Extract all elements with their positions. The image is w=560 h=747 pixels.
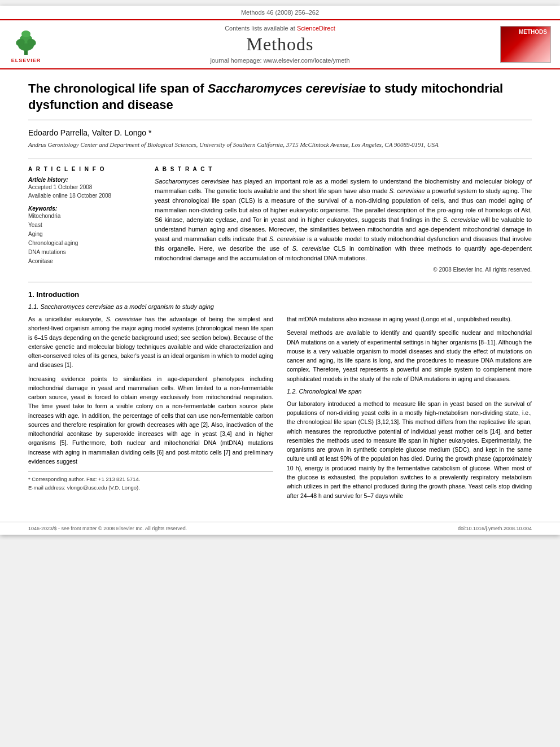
abstract-text: Saccharomyces cerevisiae has played an i… [155,177,532,263]
sciencedirect-line: Contents lists available at ScienceDirec… [77,25,483,32]
keyword-aconitase: Aconitase [28,257,141,266]
journal-header: ELSEVIER Contents lists available at Sci… [0,20,560,69]
abstract-col: A B S T R A C T Saccharomyces cerevisiae… [155,166,532,273]
sciencedirect-link[interactable]: ScienceDirect [297,25,335,32]
methods-cover-image: METHODS [500,26,551,63]
body-col-left: As a unicellular eukaryote, S. cerevisia… [28,314,273,505]
keyword-aging: Aging [28,230,141,239]
section1-heading: 1. Introduction [28,290,532,299]
journal-header-right: METHODS [483,26,551,63]
journal-header-left: ELSEVIER [9,25,77,63]
affiliation: Andrus Gerontology Center and Department… [28,141,532,149]
elsevier-logo: ELSEVIER [9,25,43,63]
keyword-dna-mutations: DNA mutations [28,248,141,257]
article-title: The chronological life span of Saccharom… [28,81,532,120]
journal-citation: Methods 46 (2008) 256–262 [241,9,319,16]
article-info-label: A R T I C L E I N F O [28,166,141,172]
journal-header-center: Contents lists available at ScienceDirec… [77,25,483,64]
page: Methods 46 (2008) 256–262 ELSEVIER Conte… [0,6,560,535]
body-para1: As a unicellular eukaryote, S. cerevisia… [28,314,273,370]
body-para3: that mtDNA mutations also increase in ag… [287,314,532,324]
body-para2: Increasing evidence points to similariti… [28,374,273,466]
journal-homepage: journal homepage: www.elsevier.com/locat… [77,57,483,64]
elsevier-tree-icon [9,25,43,56]
abstract-italic-start: Saccharomyces cerevisiae [155,178,229,185]
body-two-col: As a unicellular eukaryote, S. cerevisia… [28,314,532,505]
elsevier-label: ELSEVIER [11,58,41,63]
subsection1-heading: 1.1. Saccharomyces cerevisiae as a model… [28,303,532,310]
title-italic: Saccharomyces cerevisiae [208,81,366,95]
body-para4: Several methods are available to identif… [287,328,532,383]
keyword-chronological-aging: Chronological aging [28,239,141,248]
article-info-col: A R T I C L E I N F O Article history: A… [28,166,141,273]
article-info-abstract: A R T I C L E I N F O Article history: A… [28,159,532,273]
body-para5: Our laboratory introduced a method to me… [287,399,532,500]
keywords-heading: Keywords: [28,206,141,212]
title-part1: The chronological life span of [28,81,208,95]
abstract-label: A B S T R A C T [155,166,532,172]
available-date: Available online 18 October 2008 [28,191,141,200]
svg-point-3 [21,30,30,37]
footnote-area: * Corresponding author. Fax: +1 213 821 … [28,471,273,492]
subsection2-heading: 1.2. Chronological life span [287,388,532,395]
abstract-body: has played an important role as a model … [155,178,532,261]
journal-title: Methods [77,34,483,55]
article-history: Article history: Accepted 1 October 2008… [28,177,141,200]
copyright: © 2008 Elsevier Inc. All rights reserved… [155,267,532,273]
methods-cover-text: METHODS [519,29,547,35]
authors: Edoardo Parrella, Valter D. Longo * [28,128,532,137]
bottom-bar: 1046-2023/$ - see front matter © 2008 El… [0,522,560,535]
footnote-corresponding: * Corresponding author. Fax: +1 213 821 … [28,475,273,483]
body-col-right: that mtDNA mutations also increase in ag… [287,314,532,505]
body-divider [28,282,532,282]
keyword-mitochondria: Mitochondria [28,212,141,221]
issn-text: 1046-2023/$ - see front matter © 2008 El… [28,526,187,531]
history-heading: Article history: [28,177,141,183]
sciencedirect-label: Contents lists available at [225,25,295,32]
keywords-section: Keywords: Mitochondria Yeast Aging Chron… [28,206,141,266]
top-bar: Methods 46 (2008) 256–262 [0,6,560,20]
accepted-date: Accepted 1 October 2008 [28,183,141,191]
article-content: The chronological life span of Saccharom… [0,69,560,522]
doi-text: doi:10.1016/j.ymeth.2008.10.004 [458,526,532,531]
footnote-email: E-mail address: vlongo@usc.edu (V.D. Lon… [28,484,273,492]
keyword-yeast: Yeast [28,221,141,230]
